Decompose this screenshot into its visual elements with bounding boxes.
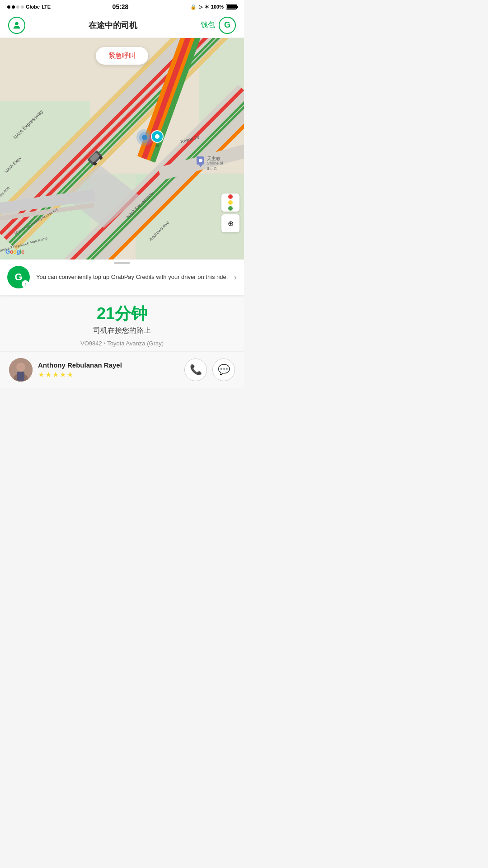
signal-dots [7, 5, 24, 9]
dot4 [21, 5, 24, 9]
chat-icon: 💬 [218, 364, 230, 376]
driver-avatar-img [9, 358, 33, 382]
g-letter: G [5, 248, 10, 255]
vehicle-model: Toyota Avanza (Gray) [107, 340, 164, 347]
notification-text: You can conveniently top up GrabPay Cred… [36, 273, 230, 281]
e-letter: e [21, 248, 24, 255]
call-icon: 📞 [190, 364, 202, 376]
star-3: ★ [52, 370, 59, 379]
header: 在途中的司机 钱包 G [0, 13, 244, 38]
red-light [228, 194, 233, 199]
header-title: 在途中的司机 [89, 20, 137, 31]
status-left: Globe LTE [7, 4, 51, 9]
up-arrow-icon: ↑ [22, 280, 29, 288]
network-type: LTE [42, 4, 51, 9]
separator: • [103, 340, 106, 347]
carrier-name: Globe [26, 4, 40, 9]
svg-point-30 [142, 135, 147, 140]
star-2: ★ [45, 370, 52, 379]
battery-fill [227, 5, 236, 9]
map-area: NAIA Expressway NAIA Expy NAIA Expresswa… [0, 38, 244, 259]
driver-info: Anthony Rebulanan Rayel ★ ★ ★ ★ ★ [38, 361, 184, 379]
bottom-panel: 21分钟 司机在接您的路上 VO9842 • Toyota Avanza (Gr… [0, 295, 244, 351]
emergency-label: 紧急呼叫 [108, 52, 136, 59]
notification-chevron: › [230, 273, 237, 282]
user-icon [12, 20, 22, 30]
lock-icon: 🔒 [190, 4, 197, 10]
driver-name: Anthony Rebulanan Rayel [38, 361, 184, 369]
svg-text:Shrine of: Shrine of [207, 161, 224, 165]
svg-point-50 [16, 363, 25, 372]
svg-point-34 [155, 144, 159, 147]
traffic-lights [228, 194, 233, 211]
svg-text:天主教: 天主教 [207, 156, 221, 161]
call-button[interactable]: 📞 [184, 359, 207, 381]
eta-subtitle: 司机在接您的路上 [9, 326, 235, 335]
map-controls: ⊕ [221, 193, 239, 232]
yellow-light [228, 200, 233, 205]
header-right: 钱包 G [201, 17, 236, 34]
driver-avatar [9, 358, 33, 382]
wallet-label[interactable]: 钱包 [201, 20, 215, 30]
o1-letter: o [10, 248, 13, 255]
drag-handle [114, 262, 130, 264]
battery-percent: 100% [211, 4, 224, 9]
dot3 [16, 5, 19, 9]
g2-letter: g [17, 248, 20, 255]
status-right: 🔒 ▷ ✶ 100% [190, 4, 237, 10]
location-button[interactable]: ⊕ [221, 214, 239, 232]
svg-point-33 [155, 134, 160, 139]
star-1: ★ [38, 370, 44, 379]
svg-rect-52 [17, 372, 24, 381]
user-avatar[interactable] [8, 17, 25, 34]
eta-minutes: 21分钟 [9, 303, 235, 325]
g-button[interactable]: G [219, 17, 236, 34]
star-4: ★ [60, 370, 66, 379]
battery-icon [226, 4, 237, 9]
dot2 [12, 5, 15, 9]
map-svg: NAIA Expressway NAIA Expy NAIA Expresswa… [0, 38, 244, 259]
notification-banner[interactable]: G ↑ You can conveniently top up GrabPay … [0, 259, 244, 295]
dot1 [7, 5, 10, 9]
traffic-button[interactable] [221, 193, 239, 212]
green-light [228, 206, 233, 211]
svg-point-0 [15, 22, 18, 25]
google-logo: Google [5, 248, 24, 255]
o2-letter: o [13, 248, 16, 255]
driver-stars: ★ ★ ★ ★ ★ [38, 370, 184, 379]
plate-number: VO9842 [80, 340, 102, 347]
notification-icon: G ↑ [7, 266, 30, 288]
status-bar: Globe LTE 05:28 🔒 ▷ ✶ 100% [0, 0, 244, 13]
star-5: ★ [67, 370, 73, 379]
driver-row: Anthony Rebulanan Rayel ★ ★ ★ ★ ★ 📞 💬 [0, 351, 244, 388]
crosshair-icon: ⊕ [228, 219, 234, 228]
status-time: 05:28 [113, 3, 129, 10]
svg-point-45 [199, 159, 202, 162]
svg-text:the G: the G [207, 166, 217, 171]
chat-button[interactable]: 💬 [212, 359, 235, 381]
driver-actions: 📞 💬 [184, 359, 235, 381]
vehicle-info: VO9842 • Toyota Avanza (Gray) [9, 340, 235, 347]
location-icon: ▷ [199, 4, 202, 10]
grab-g-letter: G [14, 271, 22, 283]
emergency-button[interactable]: 紧急呼叫 [96, 47, 148, 65]
bluetooth-icon: ✶ [205, 4, 209, 10]
